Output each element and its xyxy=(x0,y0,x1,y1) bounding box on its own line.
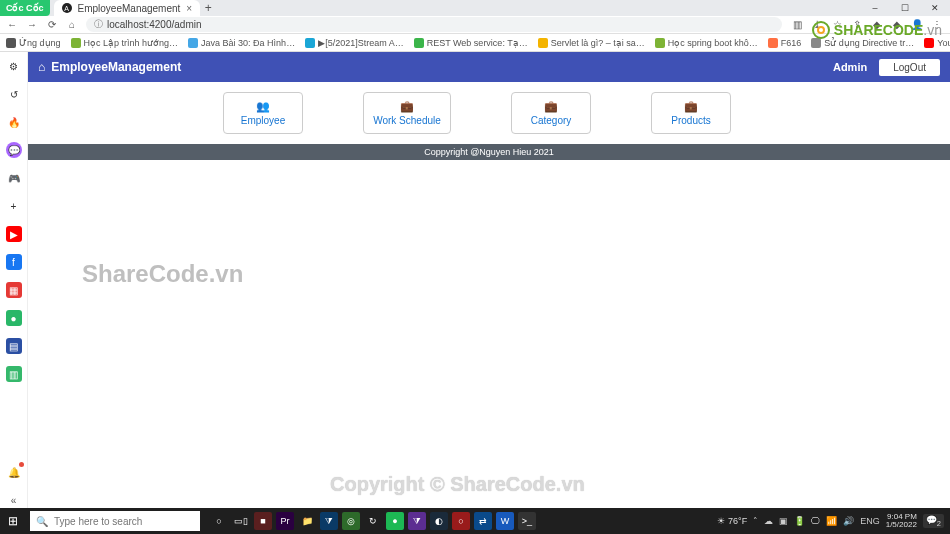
taskview-icon[interactable]: ▭▯ xyxy=(232,512,250,530)
angular-favicon: A xyxy=(62,3,72,13)
windows-taskbar: ⊞ 🔍 Type here to search ○ ▭▯ ■ Pr 📁 ⧩ ◎ … xyxy=(0,508,950,534)
watermark-copyright: Copyright © ShareCode.vn xyxy=(330,473,585,496)
search-icon: 🔍 xyxy=(36,516,48,527)
bookmark-item[interactable]: REST Web service: Tạ… xyxy=(414,38,528,48)
tray-chevron-icon[interactable]: ˄ xyxy=(753,516,758,526)
app-header: ⌂ EmployeeManagement Admin LogOut xyxy=(28,52,950,82)
bookmark-item[interactable]: Học spring boot khô… xyxy=(655,38,758,48)
taskbar-search[interactable]: 🔍 Type here to search xyxy=(30,511,200,531)
close-tab-icon[interactable]: × xyxy=(186,3,192,14)
sharecode-mark-icon xyxy=(812,21,830,39)
explorer-icon[interactable]: 📁 xyxy=(298,512,316,530)
briefcase-icon: 💼 xyxy=(684,100,698,113)
home-icon[interactable]: ⌂ xyxy=(38,60,45,74)
employee-icon: 👥 xyxy=(256,100,270,113)
app3-icon[interactable]: ▤ xyxy=(6,338,22,354)
nav-home-button[interactable]: ⌂ xyxy=(66,19,78,30)
terminal-icon[interactable]: >_ xyxy=(518,512,536,530)
app2-icon[interactable]: ● xyxy=(6,310,22,326)
bookmark-item[interactable]: Java Bài 30: Đa Hình… xyxy=(188,38,295,48)
vscode-icon[interactable]: ⧩ xyxy=(320,512,338,530)
app1-icon[interactable]: ▦ xyxy=(6,282,22,298)
tray-lang-label[interactable]: ENG xyxy=(860,516,880,526)
card-label: Products xyxy=(671,115,710,126)
nav-forward-button[interactable]: → xyxy=(26,19,38,30)
tab-title: EmployeeManagement xyxy=(78,3,181,14)
loop-icon[interactable]: ↻ xyxy=(364,512,382,530)
settings-icon[interactable]: ⚙ xyxy=(6,58,22,74)
translate-icon[interactable]: ▥ xyxy=(790,19,804,30)
app-title: EmployeeManagement xyxy=(51,60,181,74)
system-tray: ☀76°F ˄ ☁ ▣ 🔋 🖵 📶 🔊 ENG 9:04 PM 1/5/2022… xyxy=(717,513,950,529)
admin-label[interactable]: Admin xyxy=(833,61,867,73)
address-bar: ← → ⟳ ⌂ ⓘ localhost:4200/admin ▥ ⤓ ☆ ⇪ ◆… xyxy=(0,16,950,34)
card-label: Employee xyxy=(241,115,285,126)
cortana-icon[interactable]: ○ xyxy=(210,512,228,530)
plus-icon[interactable]: + xyxy=(6,198,22,214)
notifications-bell-icon[interactable]: 🔔 xyxy=(6,464,22,480)
teamviewer-icon[interactable]: ⇄ xyxy=(474,512,492,530)
collapse-rail-icon[interactable]: « xyxy=(6,492,22,508)
app-footer: Coppyright @Nguyen Hieu 2021 xyxy=(28,144,950,160)
premiere-icon[interactable]: Pr xyxy=(276,512,294,530)
nav-back-button[interactable]: ← xyxy=(6,19,18,30)
card-label: Category xyxy=(531,115,572,126)
word-icon[interactable]: W xyxy=(496,512,514,530)
window-close-button[interactable]: ✕ xyxy=(920,0,950,16)
taskbar-icons: ○ ▭▯ ■ Pr 📁 ⧩ ◎ ↻ ● ⧩ ◐ ○ ⇄ W >_ xyxy=(210,512,536,530)
coccoc-task-icon[interactable]: ◎ xyxy=(342,512,360,530)
employee-card[interactable]: 👥 Employee xyxy=(223,92,303,134)
bookmark-item[interactable]: Servlet là gì? – tại sa… xyxy=(538,38,645,48)
nav-reload-button[interactable]: ⟳ xyxy=(46,19,58,30)
start-button[interactable]: ⊞ xyxy=(0,514,26,528)
action-center-icon[interactable]: 💬2 xyxy=(923,514,944,529)
bookmarks-bar: Ứng dụng Học Lập trình hướng… Java Bài 3… xyxy=(0,34,950,52)
weather-widget[interactable]: ☀76°F xyxy=(717,516,747,526)
products-card[interactable]: 💼 Products xyxy=(651,92,731,134)
site-info-icon[interactable]: ⓘ xyxy=(94,18,103,31)
fire-icon[interactable]: 🔥 xyxy=(6,114,22,130)
apps-button[interactable]: Ứng dụng xyxy=(6,38,61,48)
tray-app-icon[interactable]: ▣ xyxy=(779,516,788,526)
app-red-icon[interactable]: ■ xyxy=(254,512,272,530)
history-icon[interactable]: ↺ xyxy=(6,86,22,102)
watermark-text: ShareCode.vn xyxy=(82,260,243,288)
window-maximize-button[interactable]: ☐ xyxy=(890,0,920,16)
spotify-icon[interactable]: ● xyxy=(386,512,404,530)
tray-volume-icon[interactable]: 🔊 xyxy=(843,516,854,526)
logout-button[interactable]: LogOut xyxy=(879,59,940,76)
nav-cards-row: 👥 Employee 💼 Work Schedule 💼 Category 💼 … xyxy=(28,82,950,144)
opera-icon[interactable]: ○ xyxy=(452,512,470,530)
app4-icon[interactable]: ▥ xyxy=(6,366,22,382)
new-tab-button[interactable]: + xyxy=(200,0,216,16)
browser-tab[interactable]: A EmployeeManagement × xyxy=(54,0,201,16)
tray-screen-icon[interactable]: 🖵 xyxy=(811,516,820,526)
tray-wifi-icon[interactable]: 📶 xyxy=(826,516,837,526)
coccoc-brand-badge: Cốc Cốc xyxy=(0,0,50,16)
search-placeholder: Type here to search xyxy=(54,516,142,527)
bookmark-item[interactable]: Học Lập trình hướng… xyxy=(71,38,179,48)
briefcase-icon: 💼 xyxy=(400,100,414,113)
browser-titlebar: Cốc Cốc A EmployeeManagement × + – ☐ ✕ xyxy=(0,0,950,16)
window-minimize-button[interactable]: – xyxy=(860,0,890,16)
tray-cloud-icon[interactable]: ☁ xyxy=(764,516,773,526)
url-text: localhost:4200/admin xyxy=(107,19,202,30)
vs-icon[interactable]: ⧩ xyxy=(408,512,426,530)
briefcase-icon: 💼 xyxy=(544,100,558,113)
game-icon[interactable]: 🎮 xyxy=(6,170,22,186)
youtube-icon[interactable]: ▶ xyxy=(6,226,22,242)
bookmark-item[interactable]: F616 xyxy=(768,38,802,48)
facebook-icon[interactable]: f xyxy=(6,254,22,270)
tray-battery-icon[interactable]: 🔋 xyxy=(794,516,805,526)
url-field[interactable]: ⓘ localhost:4200/admin xyxy=(86,17,782,32)
category-card[interactable]: 💼 Category xyxy=(511,92,591,134)
bookmark-item[interactable]: ▶[5/2021]Stream A… xyxy=(305,38,404,48)
taskbar-clock[interactable]: 9:04 PM 1/5/2022 xyxy=(886,513,917,529)
steam-icon[interactable]: ◐ xyxy=(430,512,448,530)
sharecode-watermark-logo: SHARECODE.vn xyxy=(812,20,942,40)
browser-side-rail: ⚙ ↺ 🔥 💬 🎮 + ▶ f ▦ ● ▤ ▥ 🔔 « xyxy=(0,52,28,508)
messenger-icon[interactable]: 💬 xyxy=(6,142,22,158)
card-label: Work Schedule xyxy=(373,115,441,126)
work-schedule-card[interactable]: 💼 Work Schedule xyxy=(363,92,451,134)
